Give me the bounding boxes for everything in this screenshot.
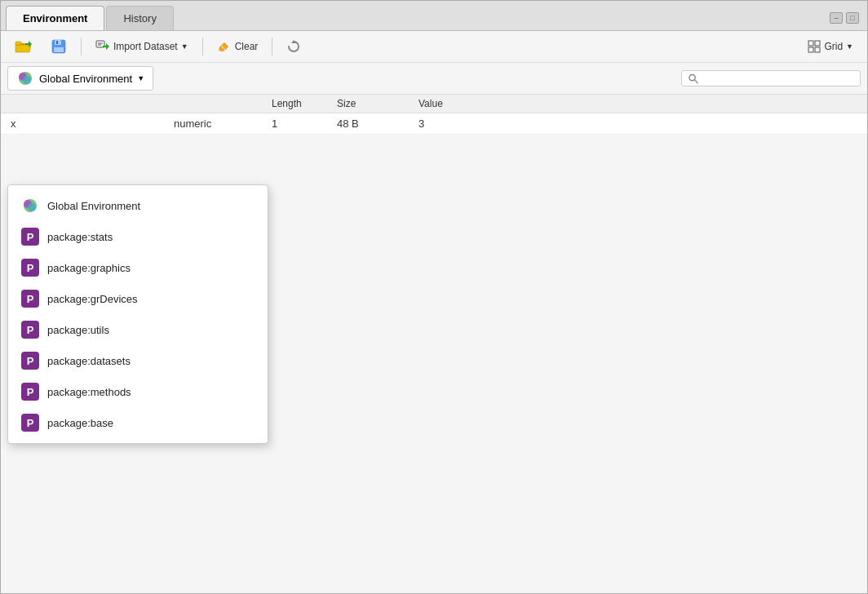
import-label: Import Dataset xyxy=(113,41,178,52)
svg-rect-6 xyxy=(56,41,58,44)
global-icon xyxy=(21,197,39,215)
col-header-name xyxy=(1,95,164,113)
svg-marker-10 xyxy=(103,43,109,50)
dropdown-item-grDevices[interactable]: Ppackage:grDevices xyxy=(8,283,268,314)
toolbar-separator-3 xyxy=(272,38,272,55)
package-icon: P xyxy=(21,228,39,246)
dropdown-item-label: package:datasets xyxy=(47,355,131,367)
cell-name: x xyxy=(1,113,164,135)
window-controls: – □ xyxy=(830,12,859,24)
save-icon xyxy=(51,38,67,55)
open-icon xyxy=(15,39,33,54)
svg-line-20 xyxy=(694,79,698,82)
minimize-button[interactable]: – xyxy=(830,12,843,24)
package-icon: P xyxy=(21,383,39,401)
grid-chevron: ▼ xyxy=(846,42,853,51)
package-icon: P xyxy=(21,259,39,277)
svg-point-18 xyxy=(23,76,31,84)
env-label: Global Environment xyxy=(39,73,132,85)
maximize-button[interactable]: □ xyxy=(846,12,859,24)
save-button[interactable] xyxy=(43,35,74,58)
env-dropdown[interactable]: Global Environment ▼ xyxy=(7,66,153,91)
col-header-size: Size xyxy=(327,95,409,113)
grid-button[interactable]: Grid ▼ xyxy=(800,37,861,56)
refresh-icon xyxy=(286,39,301,54)
grid-icon xyxy=(808,40,821,53)
search-icon xyxy=(689,73,698,84)
content-area: Length Size Value x numeric 1 48 B 3 Glo… xyxy=(1,95,867,593)
dropdown-item-label: package:grDevices xyxy=(47,293,138,305)
package-icon: P xyxy=(21,414,39,432)
search-box xyxy=(681,70,861,86)
col-header-type xyxy=(164,95,262,113)
package-icon: P xyxy=(21,352,39,370)
dropdown-item-label: package:graphics xyxy=(47,262,131,274)
env-dropdown-menu: Global EnvironmentPpackage:statsPpackage… xyxy=(7,184,268,444)
svg-rect-15 xyxy=(815,47,820,52)
table-row: x numeric 1 48 B 3 xyxy=(1,113,867,135)
tab-environment[interactable]: Environment xyxy=(6,6,104,30)
dropdown-item-label: package:base xyxy=(47,417,113,429)
svg-rect-1 xyxy=(16,42,21,45)
clear-button[interactable]: Clear xyxy=(210,36,266,57)
search-input[interactable] xyxy=(702,73,853,84)
svg-rect-14 xyxy=(808,47,813,52)
toolbar-separator-1 xyxy=(81,38,82,55)
import-icon xyxy=(95,40,110,53)
import-dataset-button[interactable]: Import Dataset ▼ xyxy=(88,37,196,56)
tab-bar: Environment History – □ xyxy=(1,1,867,31)
table-area: Length Size Value x numeric 1 48 B 3 xyxy=(1,95,867,135)
toolbar: Import Dataset ▼ Clear xyxy=(1,31,867,63)
dropdown-item-methods[interactable]: Ppackage:methods xyxy=(8,376,268,407)
dropdown-item-datasets[interactable]: Ppackage:datasets xyxy=(8,345,268,376)
global-env-icon xyxy=(16,69,34,87)
dropdown-item-base[interactable]: Ppackage:base xyxy=(8,407,268,438)
dropdown-item-stats[interactable]: Ppackage:stats xyxy=(8,221,268,252)
svg-rect-13 xyxy=(815,41,820,46)
dropdown-item-global[interactable]: Global Environment xyxy=(8,190,268,221)
col-header-value: Value xyxy=(409,95,867,113)
env-chevron: ▼ xyxy=(137,74,144,82)
dropdown-item-graphics[interactable]: Ppackage:graphics xyxy=(8,252,268,283)
open-button[interactable] xyxy=(7,36,40,57)
dropdown-item-label: package:utils xyxy=(47,324,109,336)
cell-value: 3 xyxy=(409,113,867,135)
main-window: Environment History – □ xyxy=(0,0,868,594)
package-icon: P xyxy=(21,321,39,339)
dropdown-item-label: package:methods xyxy=(47,386,131,398)
svg-rect-5 xyxy=(54,47,64,52)
cell-type: numeric xyxy=(164,113,262,135)
dropdown-item-utils[interactable]: Ppackage:utils xyxy=(8,314,268,345)
package-icon: P xyxy=(21,290,39,308)
svg-point-23 xyxy=(28,203,36,211)
cell-length: 1 xyxy=(262,113,327,135)
tab-history[interactable]: History xyxy=(106,6,173,30)
import-chevron: ▼ xyxy=(181,42,188,51)
grid-label: Grid xyxy=(824,41,843,52)
clear-icon xyxy=(217,39,232,54)
dropdown-item-label: package:stats xyxy=(47,231,113,243)
col-header-length: Length xyxy=(262,95,327,113)
toolbar-separator-2 xyxy=(202,38,203,55)
table-header-row: Length Size Value xyxy=(1,95,867,113)
svg-rect-12 xyxy=(808,41,813,46)
refresh-button[interactable] xyxy=(279,36,308,57)
env-bar: Global Environment ▼ xyxy=(1,63,867,95)
dropdown-item-label: Global Environment xyxy=(47,200,140,212)
environment-table: Length Size Value x numeric 1 48 B 3 xyxy=(1,95,867,135)
clear-label: Clear xyxy=(235,41,259,52)
cell-size: 48 B xyxy=(327,113,409,135)
